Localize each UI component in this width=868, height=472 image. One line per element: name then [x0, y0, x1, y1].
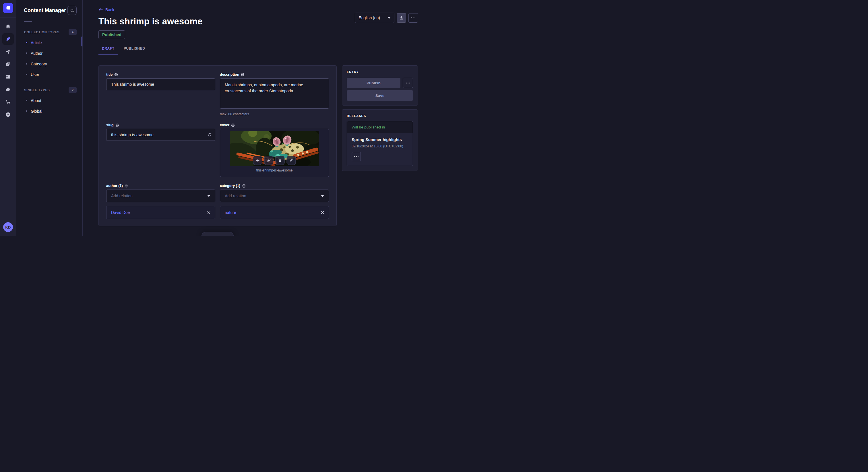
slug-input[interactable] — [106, 129, 215, 141]
chevron-down-icon — [321, 195, 324, 197]
plus-icon — [255, 158, 260, 163]
sidebar-item-author[interactable]: Author — [17, 48, 82, 59]
save-button[interactable]: Save — [347, 90, 413, 101]
description-field-label: description — [220, 72, 239, 76]
cover-delete-button[interactable] — [276, 156, 285, 165]
sidebar-item-label: User — [31, 72, 39, 77]
remove-category-relation-button[interactable] — [321, 211, 324, 214]
locale-value: English (en) — [359, 15, 380, 20]
author-relation-link[interactable]: David Doe — [111, 210, 130, 215]
media-library-icon — [5, 61, 11, 67]
category-select-placeholder: Add relation — [225, 194, 246, 198]
category-relation-link[interactable]: nature — [225, 210, 236, 215]
user-avatar[interactable]: KD — [3, 222, 13, 232]
release-card: Will be published in Spring Summer highl… — [347, 121, 413, 166]
globe-icon — [115, 123, 119, 127]
search-button[interactable] — [67, 6, 76, 15]
sidebar-title: Content Manager — [24, 7, 66, 13]
header-more-button[interactable] — [408, 13, 418, 23]
nav-media-library[interactable] — [2, 59, 14, 70]
feather-icon — [5, 36, 11, 42]
cover-edit-button[interactable] — [287, 156, 296, 165]
sidebar-item-user[interactable]: User — [17, 69, 82, 80]
cart-icon — [5, 99, 11, 105]
nav-content-manager[interactable] — [2, 33, 14, 45]
nav-cloud[interactable] — [2, 84, 14, 95]
sidebar-item-label: Category — [31, 62, 47, 66]
category-relation-item: nature — [220, 206, 329, 219]
strapi-logo[interactable] — [3, 3, 13, 13]
cover-actions — [253, 156, 296, 165]
author-relation-item: David Doe — [106, 206, 215, 219]
regenerate-slug-button[interactable] — [207, 133, 212, 137]
bullet-icon — [26, 63, 27, 65]
entry-more-button[interactable] — [403, 78, 413, 88]
content-type-builder-icon — [5, 74, 11, 80]
sidebar-item-article[interactable]: Article — [17, 37, 82, 48]
title-field-label: title — [106, 72, 113, 76]
arrow-left-icon — [98, 8, 103, 12]
search-icon — [70, 8, 74, 12]
link-icon — [267, 158, 271, 163]
entry-form-card: title description Mantis shri — [98, 65, 337, 226]
version-tabs: DRAFT PUBLISHED — [98, 45, 418, 55]
globe-icon — [114, 73, 118, 76]
bottom-floating-pill[interactable] — [202, 232, 234, 236]
cover-filename: this-shrimp-is-awesome — [256, 168, 293, 172]
content-manager-sidebar: Content Manager COLLECTION TYPES 4 Artic… — [17, 0, 83, 236]
sidebar-item-label: About — [31, 98, 41, 103]
globe-icon — [242, 184, 246, 188]
sidebar-item-label: Author — [31, 51, 42, 56]
description-textarea[interactable]: Mantis shrimps, or stomatopods, are mari… — [220, 78, 329, 109]
release-date: 09/18/2024 at 16:00 (UTC+02:00) — [352, 144, 408, 148]
author-relation-select[interactable]: Add relation — [106, 190, 215, 202]
collection-types-label: COLLECTION TYPES — [24, 30, 59, 34]
tab-published[interactable]: PUBLISHED — [120, 45, 149, 55]
field-description: description Mantis shrimps, or stomatopo… — [220, 72, 329, 116]
release-status: Will be published in — [347, 121, 413, 133]
cover-copy-link-button[interactable] — [265, 156, 274, 165]
release-more-button[interactable] — [352, 152, 361, 161]
release-title: Spring Summer highlights — [352, 137, 408, 142]
cover-add-button[interactable] — [253, 156, 262, 165]
nav-home[interactable] — [2, 21, 14, 32]
sidebar-item-global[interactable]: Global — [17, 106, 82, 116]
nav-settings[interactable] — [2, 109, 14, 121]
export-button[interactable] — [397, 13, 406, 23]
single-types-header: SINGLE TYPES 2 — [17, 87, 82, 93]
field-category: category (1) Add relation nature — [220, 184, 329, 219]
home-icon — [5, 24, 11, 29]
download-icon — [399, 16, 404, 20]
close-icon — [321, 211, 324, 214]
field-title: title — [106, 72, 215, 116]
pencil-icon — [289, 158, 293, 162]
entry-panel: ENTRY Publish Save — [342, 65, 418, 105]
globe-icon — [241, 73, 245, 76]
publish-button[interactable]: Publish — [347, 78, 400, 88]
nav-content-type-builder[interactable] — [2, 71, 14, 82]
description-hint: max. 80 characters — [220, 112, 329, 116]
nav-marketplace[interactable] — [2, 96, 14, 108]
back-label: Back — [105, 7, 114, 12]
locale-select[interactable]: English (en) — [355, 12, 394, 23]
back-link[interactable]: Back — [98, 7, 114, 12]
sidebar-divider — [24, 21, 32, 22]
collection-types-count-badge: 4 — [69, 29, 76, 35]
cover-media-box: this-shrimp-is-awesome — [220, 129, 329, 177]
sidebar-item-label: Article — [31, 40, 42, 45]
cover-image — [230, 131, 319, 166]
nav-deploy[interactable] — [2, 46, 14, 57]
single-types-label: SINGLE TYPES — [24, 88, 50, 92]
slug-field-label: slug — [106, 123, 114, 127]
title-input[interactable] — [106, 78, 215, 90]
field-cover: cover — [220, 123, 329, 177]
sidebar-item-category[interactable]: Category — [17, 59, 82, 69]
sidebar-item-about[interactable]: About — [17, 95, 82, 106]
tab-draft[interactable]: DRAFT — [98, 45, 118, 55]
remove-author-relation-button[interactable] — [207, 211, 210, 214]
field-author: author (1) Add relation David Doe — [106, 184, 215, 219]
paper-plane-icon — [5, 49, 11, 55]
category-relation-select[interactable]: Add relation — [220, 190, 329, 202]
more-dots-icon — [411, 18, 415, 19]
main-content: Back English (en) This shrimp is awesome… — [83, 0, 434, 236]
